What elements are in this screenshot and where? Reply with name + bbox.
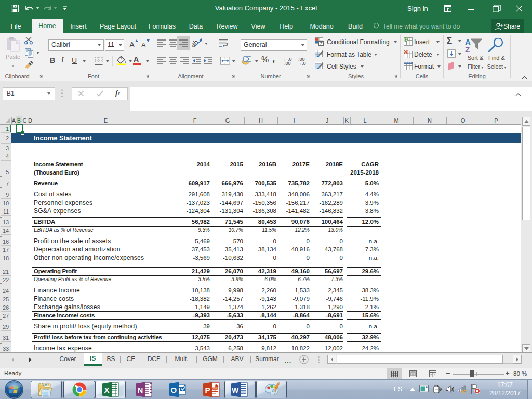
svg-text:Z: Z — [465, 45, 470, 53]
svg-text:W: W — [232, 386, 239, 394]
svg-text:X: X — [104, 385, 110, 394]
svg-text:O: O — [171, 385, 177, 394]
svg-text:P: P — [205, 385, 210, 394]
svg-text:N: N — [138, 385, 143, 394]
svg-text:→.0: →.0 — [297, 61, 306, 65]
svg-text:.00: .00 — [284, 61, 291, 65]
